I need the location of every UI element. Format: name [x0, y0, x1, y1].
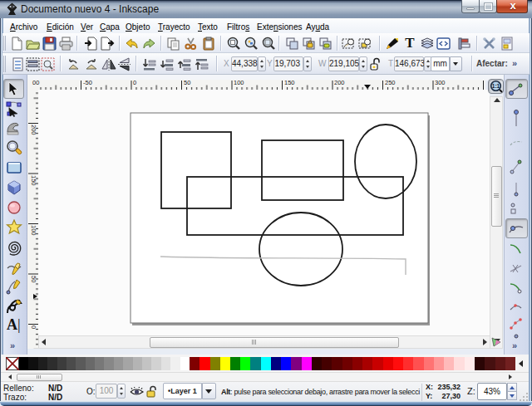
svg-text:1:1: 1:1 — [492, 83, 500, 89]
